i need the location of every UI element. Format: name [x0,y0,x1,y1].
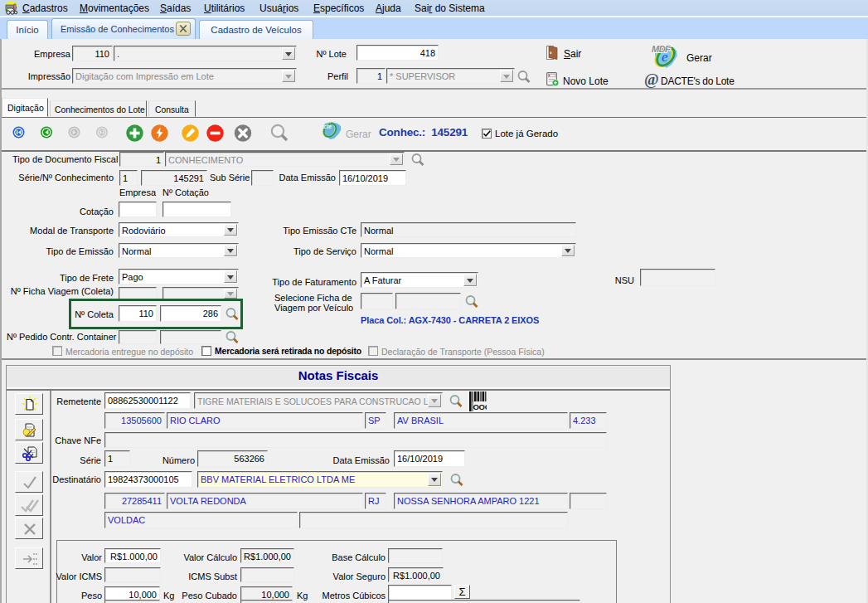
svg-text:e: e [662,49,668,65]
svg-text:cte: cte [323,124,332,129]
svg-text:OOC: OOC [473,402,487,411]
